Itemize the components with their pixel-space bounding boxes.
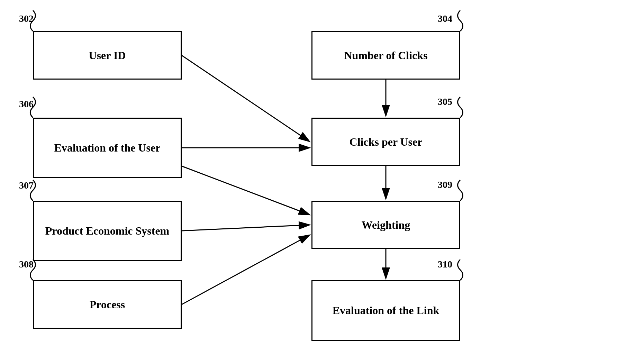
ref-308: 308 xyxy=(19,259,34,270)
box-product-economic-label: Product Economic System xyxy=(45,224,169,237)
box-num-clicks-label: Number of Clicks xyxy=(344,49,427,62)
box-product-economic: Product Economic System xyxy=(33,201,182,261)
box-clicks-per-user: Clicks per User xyxy=(311,118,460,166)
ref-309: 309 xyxy=(438,179,452,190)
svg-line-8 xyxy=(182,166,309,215)
ref-310: 310 xyxy=(438,259,452,270)
box-eval-link: Evaluation of the Link xyxy=(311,280,460,341)
svg-line-4 xyxy=(182,55,309,141)
svg-line-7 xyxy=(182,235,309,304)
diagram-container: 302 306 307 308 304 305 309 310 User ID … xyxy=(0,0,635,364)
box-process-label: Process xyxy=(90,298,125,311)
ref-304: 304 xyxy=(438,13,452,24)
svg-line-6 xyxy=(182,225,309,231)
ref-305: 305 xyxy=(438,96,452,107)
box-eval-user: Evaluation of the User xyxy=(33,118,182,178)
box-num-clicks: Number of Clicks xyxy=(311,31,460,80)
box-eval-link-label: Evaluation of the Link xyxy=(333,304,439,317)
box-user-id: User ID xyxy=(33,31,182,80)
box-process: Process xyxy=(33,280,182,329)
ref-307: 307 xyxy=(19,180,34,191)
ref-302: 302 xyxy=(19,13,34,24)
box-user-id-label: User ID xyxy=(89,49,126,62)
box-eval-user-label: Evaluation of the User xyxy=(54,141,161,154)
box-clicks-per-user-label: Clicks per User xyxy=(350,135,423,148)
ref-306: 306 xyxy=(19,99,34,110)
box-weighting-label: Weighting xyxy=(362,218,410,231)
box-weighting: Weighting xyxy=(311,201,460,249)
